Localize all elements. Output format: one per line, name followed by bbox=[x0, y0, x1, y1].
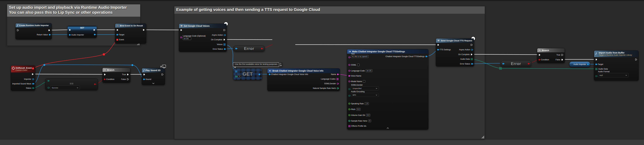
true-exec-pin[interactable] bbox=[561, 54, 564, 56]
target-pin[interactable] bbox=[116, 34, 118, 35]
exec-out-pin[interactable] bbox=[470, 44, 473, 46]
exec-in-pin[interactable] bbox=[180, 29, 182, 31]
exec-in-pin[interactable] bbox=[17, 29, 19, 31]
error-output-pin[interactable] bbox=[261, 48, 262, 49]
speaking-rate-pin[interactable] bbox=[348, 103, 350, 104]
exec-out-pin[interactable] bbox=[143, 29, 145, 31]
effects-profile-array-pin[interactable] bbox=[348, 125, 350, 127]
on-complete-exec-pin[interactable] bbox=[223, 39, 226, 41]
return-value-pin[interactable] bbox=[49, 34, 50, 35]
expand-chevron-icon[interactable] bbox=[152, 83, 154, 84]
node-play-sound-2d[interactable]: ƒ Play Sound 2D Sound bbox=[142, 68, 165, 85]
volume-gain-field[interactable]: 0.0 bbox=[366, 114, 370, 117]
equal-result-pin[interactable] bbox=[94, 83, 96, 85]
node-header[interactable]: Bind Event to On Result bbox=[115, 24, 146, 28]
wire-exec[interactable] bbox=[50, 30, 70, 30]
text-field[interactable]: Hi, this is my speech bbox=[351, 55, 368, 58]
delegate-out-pin[interactable] bbox=[32, 68, 34, 69]
exec-out-pin[interactable] bbox=[93, 29, 96, 31]
variable-output-pin[interactable] bbox=[587, 64, 588, 65]
audio-importer-out-pin[interactable] bbox=[94, 34, 96, 35]
exec-in-pin[interactable] bbox=[116, 29, 118, 31]
reroute-node[interactable] bbox=[132, 64, 133, 66]
error-status-pin[interactable] bbox=[224, 48, 226, 50]
exec-in-pin[interactable] bbox=[69, 29, 71, 31]
async-action-pin[interactable] bbox=[471, 49, 473, 51]
sample-rate-field[interactable]: 0 bbox=[368, 120, 371, 122]
ssml-field[interactable] bbox=[357, 64, 360, 66]
node-header[interactable]: OnResult_Event Custom Event bbox=[11, 66, 35, 72]
pin-icon[interactable] bbox=[280, 63, 282, 65]
node-create-runtime-audio-importer[interactable]: ƒ Create Runtime Audio Importer Return V… bbox=[16, 23, 52, 39]
node-set-audio-importer[interactable]: SET Audio Importer bbox=[68, 26, 97, 38]
model-name-field[interactable] bbox=[363, 80, 365, 83]
index-field[interactable]: 0 bbox=[238, 75, 241, 78]
node-header[interactable]: ƒ Import Audio from Buffer Target is Run… bbox=[594, 51, 638, 57]
node-bind-event-to-on-result[interactable]: Bind Event to On Result Target Event bbox=[115, 23, 146, 43]
node-header[interactable]: ƒ Play Sound 2D bbox=[142, 68, 165, 72]
audio-data-array-pin[interactable] bbox=[471, 58, 473, 60]
node-header[interactable]: Break Chatbot Integrator Google Cloud Vo… bbox=[268, 68, 340, 73]
false-exec-pin[interactable] bbox=[561, 59, 564, 61]
audio-encoding-pin[interactable] bbox=[348, 95, 350, 97]
exec-in-pin[interactable] bbox=[595, 58, 598, 61]
sample-rate-pin[interactable] bbox=[348, 120, 350, 122]
reroute-node-delegate[interactable] bbox=[103, 53, 105, 55]
wire-exec[interactable] bbox=[471, 54, 538, 55]
sound-pin[interactable] bbox=[143, 79, 145, 80]
node-error-macro[interactable]: Error bbox=[500, 61, 532, 67]
equal-input-a-pin[interactable] bbox=[48, 80, 49, 82]
node-branch-tts-result[interactable]: Branch True Condition False bbox=[537, 48, 565, 63]
status-pin[interactable] bbox=[32, 87, 34, 89]
collapse-chevron-icon[interactable] bbox=[386, 128, 389, 129]
language-code-pin[interactable] bbox=[348, 70, 350, 72]
node-header[interactable]: Branch bbox=[537, 48, 564, 52]
voices-array-pin[interactable] bbox=[224, 43, 226, 45]
error-status-pin[interactable] bbox=[471, 63, 473, 65]
exec-out-pin[interactable] bbox=[223, 29, 226, 31]
ssml-gender-dropdown[interactable]: Unspecified bbox=[351, 86, 379, 90]
exec-in-pin[interactable] bbox=[104, 73, 106, 76]
node-get-google-cloud-voices[interactable]: Get Google Cloud Voices Language Code (O… bbox=[179, 24, 227, 52]
audio-format-pin[interactable] bbox=[595, 75, 597, 77]
true-exec-pin[interactable] bbox=[127, 73, 129, 76]
array-input-pin[interactable] bbox=[235, 70, 237, 72]
wire-exec[interactable] bbox=[144, 30, 181, 30]
audio-data-array-pin[interactable] bbox=[595, 68, 597, 70]
node-make-tts-settings[interactable]: Make Chatbot Integrator Google Cloud TTS… bbox=[347, 49, 428, 130]
speaking-rate-field[interactable]: 1.0 bbox=[364, 102, 369, 105]
node-import-audio-from-buffer[interactable]: ƒ Import Audio from Buffer Target is Run… bbox=[594, 50, 638, 81]
exec-in-pin[interactable] bbox=[538, 54, 541, 56]
pitch-field[interactable]: 0.0 bbox=[356, 108, 360, 111]
exec-out-pin[interactable] bbox=[635, 58, 637, 61]
voice-name-pin[interactable] bbox=[348, 75, 350, 77]
error-input-pin[interactable] bbox=[235, 48, 237, 49]
on-complete-exec-pin[interactable] bbox=[470, 53, 473, 56]
ssml-gender-pin[interactable] bbox=[348, 88, 350, 90]
reroute-node-array[interactable] bbox=[499, 67, 502, 70]
node-onresult-custom-event[interactable]: OnResult_Event Custom Event Importer Imp… bbox=[11, 65, 35, 91]
reroute-node[interactable] bbox=[44, 64, 45, 66]
node-comment-bubble[interactable]: Use the first available voice for testin… bbox=[233, 62, 282, 67]
language-code-field[interactable]: en-US bbox=[183, 37, 191, 40]
node-header[interactable]: ƒ Create Runtime Audio Importer bbox=[16, 23, 52, 27]
pitch-pin[interactable] bbox=[348, 109, 350, 110]
volume-gain-pin[interactable] bbox=[348, 114, 350, 116]
target-pin[interactable] bbox=[595, 64, 597, 65]
tts-settings-pin[interactable] bbox=[437, 49, 439, 50]
ssml-pin[interactable] bbox=[348, 64, 350, 66]
node-error-macro[interactable]: Error bbox=[233, 45, 265, 52]
condition-pin[interactable] bbox=[104, 79, 105, 80]
importer-pin[interactable] bbox=[32, 78, 34, 80]
blueprint-canvas[interactable]: Set up audio import and playback via Run… bbox=[0, 0, 644, 145]
exec-out-pin[interactable] bbox=[32, 73, 34, 75]
node-header[interactable]: Branch bbox=[102, 68, 130, 72]
text-pin[interactable] bbox=[348, 56, 350, 58]
node-get-audio-importer-variable[interactable]: Audio Importer bbox=[569, 62, 590, 67]
node-send-tts-request[interactable]: Send Google Cloud TTS Request TTS Settin… bbox=[436, 38, 474, 66]
node-array-get[interactable]: GET 0 bbox=[233, 68, 262, 80]
equal-input-b-pin[interactable] bbox=[48, 87, 49, 89]
wire-exec[interactable] bbox=[224, 39, 272, 40]
imported-sound-wave-pin[interactable] bbox=[32, 83, 34, 85]
audio-encoding-dropdown[interactable]: MP3 bbox=[351, 93, 379, 97]
